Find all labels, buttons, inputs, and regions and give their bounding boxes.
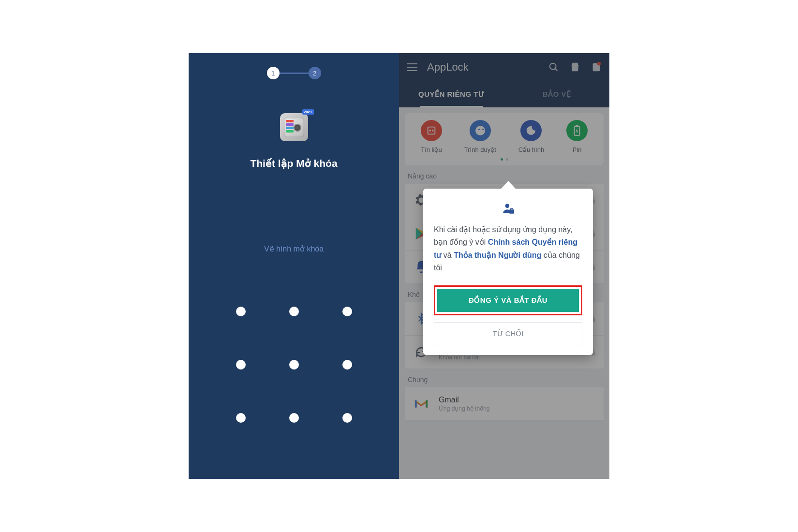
pattern-hint-text: Vẽ hình mở khóa <box>264 244 324 253</box>
step-2: 2 <box>309 67 321 79</box>
agree-button-highlight: ĐỒNG Ý VÀ BẮT ĐẦU <box>434 285 582 315</box>
setup-title: Thiết lập Mở khóa <box>250 158 337 169</box>
consent-dialog: Khi cài đặt hoặc sử dụng ứng dụng này, b… <box>423 189 593 355</box>
dialog-pointer <box>496 181 521 194</box>
dialog-body-text: Khi cài đặt hoặc sử dụng ứng dụng này, b… <box>434 223 582 275</box>
app-vault-icon: 2021 <box>280 113 308 141</box>
pattern-dot[interactable] <box>342 307 352 316</box>
pattern-dot[interactable] <box>236 307 246 316</box>
privacy-person-icon <box>434 202 582 215</box>
svg-rect-22 <box>509 209 514 214</box>
pattern-grid[interactable] <box>236 307 352 423</box>
pattern-dot[interactable] <box>289 360 299 369</box>
screen-applock-dialog: AppLock QUYỀN RIÊNG TƯ BẢO VỆ Tín liệu <box>399 53 609 479</box>
pattern-dot[interactable] <box>342 360 352 369</box>
year-badge: 2021 <box>302 109 314 115</box>
pattern-dot[interactable] <box>289 307 299 316</box>
user-agreement-link[interactable]: Thỏa thuận Người dùng <box>454 251 541 259</box>
pattern-dot[interactable] <box>236 413 246 423</box>
dual-screenshot-container: 1 2 2021 Thiết lập Mở khóa Vẽ hình mở kh… <box>189 53 609 479</box>
svg-point-21 <box>505 204 509 208</box>
step-indicator: 1 2 <box>267 67 321 79</box>
screen-pattern-setup: 1 2 2021 Thiết lập Mở khóa Vẽ hình mở kh… <box>189 53 399 479</box>
step-1: 1 <box>267 67 280 79</box>
step-connector <box>280 73 309 74</box>
pattern-dot[interactable] <box>342 413 352 423</box>
agree-button[interactable]: ĐỒNG Ý VÀ BẮT ĐẦU <box>437 289 579 312</box>
decline-button[interactable]: TỪ CHỐI <box>434 322 582 345</box>
pattern-dot[interactable] <box>289 413 299 423</box>
pattern-dot[interactable] <box>236 360 246 369</box>
